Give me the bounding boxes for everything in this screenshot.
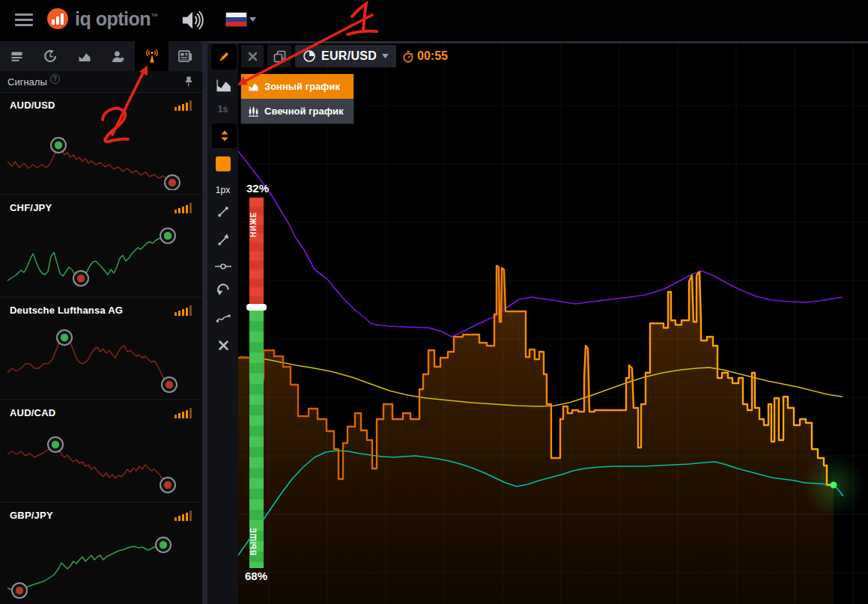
sidebar-tabs xyxy=(0,41,202,71)
signal-item-aud-usd[interactable]: AUD/USD xyxy=(0,93,202,195)
signal-item-chf-jpy[interactable]: CHF/JPY xyxy=(0,195,202,298)
panel-divider xyxy=(202,41,207,604)
entry-dot-up xyxy=(55,141,62,149)
close-icon xyxy=(248,52,258,61)
signal-strength-bars xyxy=(174,510,192,521)
drawing-toolbar: 1s 1px xyxy=(207,43,238,604)
tab-watchlist[interactable] xyxy=(0,41,34,71)
menu-item-zone-chart[interactable]: Зонный график xyxy=(241,74,353,99)
traders-icon xyxy=(112,50,125,63)
sound-icon[interactable] xyxy=(181,10,204,31)
signal-symbol: Deutsche Lufthansa AG xyxy=(10,305,123,316)
horizontal-line-tool[interactable] xyxy=(214,261,232,272)
history-icon xyxy=(43,49,58,63)
tab-history[interactable] xyxy=(34,41,67,71)
signal-item-deutsche-lufthansa-ag[interactable]: Deutsche Lufthansa AG xyxy=(0,298,202,400)
area-chart-icon xyxy=(216,78,232,92)
signal-sparkline xyxy=(3,112,198,190)
top-bar: iq option™ xyxy=(0,0,868,41)
color-picker-button[interactable] xyxy=(215,156,231,171)
entry-dot-down xyxy=(166,381,173,388)
signals-antenna-icon xyxy=(145,49,160,63)
entry-dot-up xyxy=(61,334,68,341)
iq-option-app: iq option™ xyxy=(0,0,868,604)
chevron-down-icon[interactable] xyxy=(249,17,256,22)
signals-list: AUD/USDCHF/JPYDeutsche Lufthansa AGAUD/C… xyxy=(0,93,202,604)
entry-dot-down xyxy=(169,179,176,186)
chart-type-button[interactable] xyxy=(213,75,234,94)
stopwatch-icon xyxy=(402,50,414,63)
copy-icon xyxy=(273,50,286,63)
entry-dot-up xyxy=(164,232,172,240)
segment-icon xyxy=(216,205,230,219)
signal-strength-bars xyxy=(174,305,192,316)
signal-strength-bars xyxy=(174,100,192,111)
night-mode-icon[interactable] xyxy=(274,7,300,32)
sentiment-higher-percent: 68% xyxy=(245,570,267,582)
pencil-tool-button[interactable] xyxy=(211,44,237,70)
signals-panel-header: Сигналы ? xyxy=(0,71,202,93)
pin-icon[interactable] xyxy=(183,76,195,88)
sentiment-higher-label: ВЫШЕ xyxy=(249,519,264,564)
sentiment-divider-handle xyxy=(246,304,267,311)
price-scale-button[interactable] xyxy=(212,123,237,148)
entry-dot-up xyxy=(52,441,59,448)
panel-title: Сигналы xyxy=(7,76,47,88)
pencil-icon xyxy=(217,50,231,64)
sentiment-lower-bar: НИЖЕ xyxy=(249,198,264,305)
tab-top-traders[interactable] xyxy=(101,41,135,71)
sentiment-higher-bar: ВЫШЕ xyxy=(249,311,264,568)
free-line-tool[interactable] xyxy=(215,311,231,325)
chart-type-menu: Зонный график Свечной график xyxy=(240,73,354,124)
signal-strength-bars xyxy=(174,408,192,418)
tab-signals[interactable] xyxy=(135,41,169,71)
area-chart-icon xyxy=(78,50,91,62)
area-chart-icon xyxy=(248,82,259,91)
signal-sparkline xyxy=(3,215,198,293)
signals-sidebar: Сигналы ? AUD/USDCHF/JPYDeutsche Lufthan… xyxy=(0,41,202,604)
chart-top-edge xyxy=(207,41,868,43)
signal-symbol: CHF/JPY xyxy=(10,202,52,213)
timer-value: 00:55 xyxy=(417,49,448,63)
brand-name: iq option™ xyxy=(75,8,158,30)
trend-arrow-icon xyxy=(216,233,230,246)
news-icon xyxy=(178,50,192,62)
signal-sparkline xyxy=(3,522,198,600)
signal-symbol: GBP/JPY xyxy=(10,510,53,521)
squiggle-icon xyxy=(216,312,231,324)
tab-charts[interactable] xyxy=(67,41,101,71)
asset-selector[interactable]: EUR/USD xyxy=(295,45,396,67)
sentiment-lower-label: НИЖЕ xyxy=(249,202,264,247)
help-icon[interactable]: ? xyxy=(50,74,60,84)
signal-item-aud-cad[interactable]: AUD/CAD xyxy=(0,400,202,503)
undo-button[interactable] xyxy=(215,281,231,298)
menu-icon[interactable] xyxy=(15,13,33,28)
clear-drawings-button[interactable] xyxy=(216,338,230,352)
stroke-width-label: 1px xyxy=(207,185,238,195)
signal-item-gbp-jpy[interactable]: GBP/JPY xyxy=(0,503,202,604)
segment-tool[interactable] xyxy=(216,204,231,219)
series-indicator-upper xyxy=(238,151,843,337)
entry-dot-up xyxy=(160,541,167,549)
close-chart-button[interactable] xyxy=(241,45,264,67)
expiry-timer: 00:55 xyxy=(402,48,448,64)
asset-pair-label: EUR/USD xyxy=(321,49,377,63)
signal-strength-bars xyxy=(174,203,192,213)
duplicate-chart-button[interactable] xyxy=(267,45,291,67)
tab-news[interactable] xyxy=(169,41,202,71)
flag-russia-icon[interactable] xyxy=(225,12,247,27)
undo-arrow-icon xyxy=(216,282,231,297)
menu-item-candle-chart[interactable]: Свечной график xyxy=(241,99,353,123)
brand-logo-icon xyxy=(47,8,68,29)
signal-symbol: AUD/CAD xyxy=(10,407,55,418)
entry-dot-down xyxy=(164,481,172,489)
signal-symbol: AUD/USD xyxy=(10,100,55,111)
clock-pie-icon xyxy=(303,49,316,63)
watchlist-icon xyxy=(10,50,23,62)
chart-panel: EUR/USD 00:55 Зонный график Свечной граф… xyxy=(238,41,868,604)
chevron-down-icon xyxy=(382,54,389,58)
main-chart[interactable] xyxy=(238,41,868,604)
candle-chart-icon xyxy=(248,106,259,117)
timeframe-button[interactable]: 1s xyxy=(207,104,238,115)
trend-line-tool[interactable] xyxy=(216,232,231,247)
